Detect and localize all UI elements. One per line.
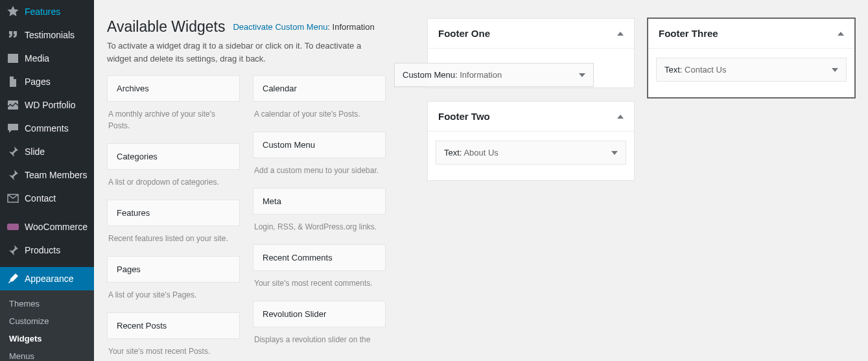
sidebar-item-label: WD Portfolio [25, 100, 76, 110]
chevron-down-icon [579, 73, 585, 77]
chevron-up-icon [838, 32, 844, 36]
sidebar-item-contact[interactable]: Contact [0, 187, 94, 210]
brush-icon [6, 272, 19, 285]
sidebar-item-label: Team Members [25, 170, 87, 180]
svg-rect-1 [7, 224, 19, 230]
chevron-down-icon [832, 68, 838, 72]
sidebar-item-woocommerce[interactable]: WooCommerce [0, 215, 94, 239]
sidebar-item-label: Comments [25, 123, 69, 134]
sidebar-item-wd-portfolio[interactable]: WD Portfolio [0, 93, 94, 117]
chevron-up-icon [617, 32, 624, 36]
footer-one-header[interactable]: Footer One [428, 19, 634, 49]
woo-icon [6, 220, 19, 233]
widget-desc: Login, RSS, & WordPress.org links. [254, 221, 384, 233]
area-title: Footer Three [659, 28, 718, 39]
footer-three-area: Footer Three Text: Contact Us [648, 18, 855, 98]
widget-desc: A calendar of your site's Posts. [254, 108, 384, 120]
submenu-themes[interactable]: Themes [0, 295, 94, 312]
sidebar-item-label: Features [25, 6, 60, 17]
portfolio-icon [6, 99, 19, 111]
widget-recent-comments[interactable]: Recent Comments [253, 244, 386, 271]
dragging-widget-ghost[interactable]: Custom Menu: Information [394, 63, 594, 87]
main-content: Available Widgets Deactivate Custom Menu… [94, 0, 868, 361]
page-icon [6, 75, 19, 88]
appearance-submenu: Themes Customize Widgets Menus Header [0, 290, 94, 361]
footer-three-header[interactable]: Footer Three [648, 19, 854, 49]
quote-icon [6, 29, 19, 41]
widget-pages[interactable]: Pages [107, 256, 240, 283]
submenu-widgets[interactable]: Widgets [0, 330, 94, 347]
widget-desc: A monthly archive of your site's Posts. [108, 108, 239, 132]
star-icon [6, 5, 19, 18]
sidebar-item-label: Testimonials [25, 30, 75, 40]
widget-archives[interactable]: Archives [107, 75, 240, 102]
sidebar-item-label: Pages [25, 76, 51, 87]
available-widgets-title: Available Widgets [107, 18, 225, 36]
sidebar-item-comments[interactable]: Comments [0, 117, 94, 140]
sidebar-item-pages[interactable]: Pages [0, 70, 94, 93]
footer-two-header[interactable]: Footer Two [428, 102, 634, 132]
pin-icon [6, 169, 19, 181]
sidebar-item-label: Slide [25, 146, 45, 157]
sidebar-item-products[interactable]: Products [0, 239, 94, 262]
sidebar-item-label: Media [25, 53, 49, 64]
widget-prefix: Custom Menu: [403, 70, 458, 80]
sidebar-item-testimonials[interactable]: Testimonials [0, 23, 94, 47]
widget-desc: A list or dropdown of categories. [108, 176, 239, 188]
deactivate-suffix: : Information [327, 22, 374, 32]
area-title: Footer Two [438, 111, 490, 122]
widget-desc: Recent features listed on your site. [108, 233, 239, 244]
chevron-up-icon [617, 115, 624, 119]
deactivate-custom-menu-link[interactable]: Deactivate Custom Menu [233, 22, 327, 32]
submenu-menus[interactable]: Menus [0, 347, 94, 361]
sidebar-item-label: Contact [25, 193, 56, 204]
widget-recent-posts[interactable]: Recent Posts [107, 312, 240, 339]
pin-icon [6, 145, 19, 158]
widget-desc: Displays a revolution slider on the [254, 334, 384, 345]
widget-desc: Your site's most recent Posts. [108, 345, 239, 357]
sidebar-item-team-members[interactable]: Team Members [0, 163, 94, 187]
footer-three-widget-text[interactable]: Text: Contact Us [656, 58, 847, 82]
area-title: Footer One [438, 28, 490, 39]
sidebar-item-label: Appearance [25, 274, 74, 284]
sidebar-item-media[interactable]: Media [0, 47, 94, 70]
widget-label: Information [460, 70, 502, 80]
footer-three-body[interactable]: Text: Contact Us [648, 49, 854, 97]
widget-desc: A list of your site's Pages. [108, 289, 239, 301]
widget-features[interactable]: Features [107, 200, 240, 226]
comment-icon [6, 122, 19, 135]
widget-meta[interactable]: Meta [253, 188, 386, 215]
admin-sidebar: Features Testimonials Media Pages WD Por… [0, 0, 94, 361]
footer-two-body[interactable]: Text: About Us [428, 132, 634, 180]
sidebar-item-label: Products [25, 245, 60, 255]
widget-custom-menu[interactable]: Custom Menu [253, 132, 386, 158]
widget-categories[interactable]: Categories [107, 143, 240, 170]
widget-prefix: Text: [444, 148, 462, 157]
sidebar-item-slide[interactable]: Slide [0, 140, 94, 163]
widget-revolution-slider[interactable]: Revolution Slider [253, 301, 386, 327]
widget-label: Contact Us [685, 65, 726, 75]
sidebar-item-label: WooCommerce [25, 222, 88, 232]
pin-icon [6, 244, 19, 257]
chevron-down-icon [611, 151, 618, 155]
media-icon [6, 52, 19, 65]
mail-icon [6, 192, 19, 205]
widget-prefix: Text: [664, 65, 682, 75]
submenu-customize[interactable]: Customize [0, 312, 94, 330]
widget-desc: Add a custom menu to your sidebar. [254, 165, 384, 176]
sidebar-item-appearance[interactable]: Appearance [0, 267, 94, 290]
available-widgets-description: To activate a widget drag it to a sideba… [107, 40, 386, 65]
widget-label: About Us [463, 148, 498, 157]
widget-desc: Your site's most recent comments. [254, 277, 384, 289]
sidebar-item-features[interactable]: Features [0, 0, 94, 23]
footer-two-area: Footer Two Text: About Us [427, 101, 635, 181]
footer-two-widget-text[interactable]: Text: About Us [436, 141, 626, 165]
available-widgets-panel: Available Widgets Deactivate Custom Menu… [107, 18, 386, 361]
widget-calendar[interactable]: Calendar [253, 75, 386, 102]
